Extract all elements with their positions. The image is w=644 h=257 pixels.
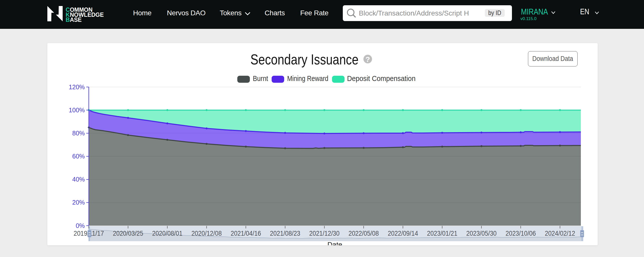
svg-text:2020/03/25: 2020/03/25 [113, 229, 143, 237]
svg-text:2023/10/06: 2023/10/06 [506, 229, 536, 237]
svg-text:40%: 40% [72, 176, 85, 183]
svg-text:2021/04/16: 2021/04/16 [231, 229, 261, 237]
svg-text:2022/09/14: 2022/09/14 [388, 229, 418, 237]
svg-text:120%: 120% [69, 83, 85, 91]
svg-text:2022/05/08: 2022/05/08 [349, 229, 379, 237]
svg-text:60%: 60% [72, 153, 85, 160]
svg-text:2021/08/23: 2021/08/23 [270, 229, 300, 237]
svg-text:2020/12/08: 2020/12/08 [191, 229, 222, 237]
svg-text:2020/08/01: 2020/08/01 [152, 229, 182, 237]
svg-text:0%: 0% [76, 222, 85, 229]
svg-text:2023/05/30: 2023/05/30 [466, 229, 497, 237]
svg-text:20%: 20% [72, 199, 85, 206]
svg-text:2021/12/30: 2021/12/30 [309, 229, 340, 237]
svg-text:80%: 80% [72, 130, 85, 137]
svg-text:2023/01/21: 2023/01/21 [427, 229, 457, 237]
svg-text:100%: 100% [69, 107, 85, 114]
svg-text:2024/02/12: 2024/02/12 [545, 229, 575, 237]
